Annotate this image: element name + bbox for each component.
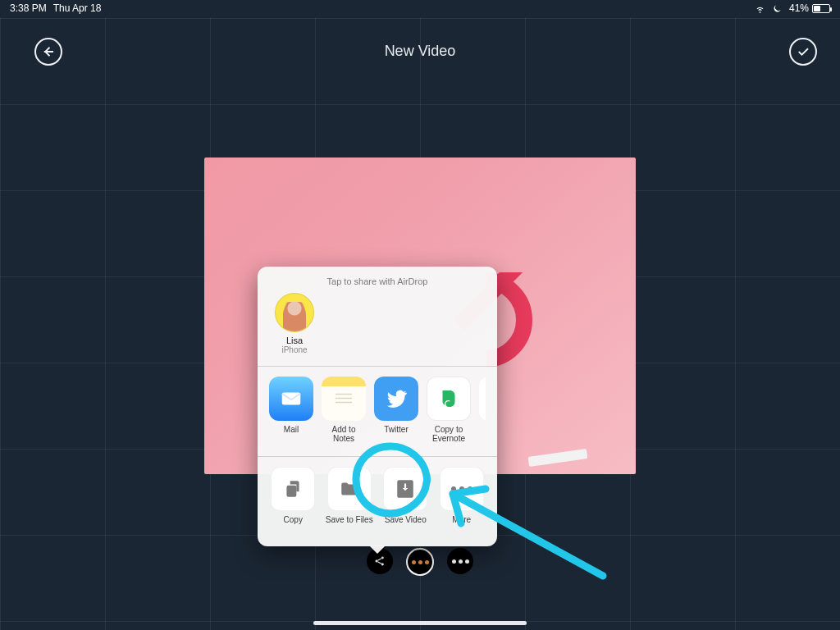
confirm-button[interactable] [789, 38, 817, 66]
action-label: Save to Files [326, 515, 374, 533]
check-icon [796, 44, 810, 59]
svg-point-6 [376, 560, 378, 563]
svg-point-8 [381, 564, 384, 566]
dots-icon [452, 559, 469, 564]
action-copy[interactable]: Copy [269, 467, 317, 533]
navbar: New Video [0, 18, 840, 84]
airdrop-section: Tap to share with AirDrop Lisa iPhone [258, 267, 497, 367]
battery-percent: 41% [789, 2, 809, 14]
apps-section: Mail Add to Notes Twitter Copy to Everno… [258, 367, 497, 457]
action-label: More [438, 515, 486, 533]
svg-rect-0 [282, 393, 301, 405]
notes-icon [322, 377, 366, 421]
share-app-overflow[interactable] [479, 377, 486, 443]
actions-section: Copy Save to Files Save Video More [258, 457, 497, 546]
action-label: Copy [269, 515, 317, 533]
svg-rect-3 [336, 402, 352, 404]
back-button[interactable] [34, 38, 62, 66]
airdrop-name: Lisa [269, 336, 320, 345]
share-app-notes[interactable]: Add to Notes [322, 377, 366, 443]
home-indicator[interactable] [313, 621, 527, 625]
airdrop-contact[interactable]: Lisa iPhone [269, 293, 320, 354]
more-icon [440, 467, 484, 511]
mail-icon [269, 377, 313, 421]
share-icon [373, 555, 386, 568]
svg-rect-1 [336, 394, 352, 395]
status-bar: 3:38 PM Thu Apr 18 41% [0, 0, 840, 16]
battery-indicator: 41% [789, 2, 830, 14]
action-save-files[interactable]: Save to Files [326, 467, 374, 533]
share-app-twitter[interactable]: Twitter [374, 377, 418, 443]
svg-rect-2 [336, 398, 352, 399]
app-label: Copy to Evernote [427, 425, 471, 443]
copy-icon [271, 467, 315, 511]
share-app-mail[interactable]: Mail [269, 377, 313, 443]
share-sheet: Tap to share with AirDrop Lisa iPhone Ma… [258, 267, 497, 546]
underline-decoration [528, 449, 588, 467]
twitter-icon [374, 377, 418, 421]
folder-icon [327, 467, 372, 511]
app-label: Add to Notes [322, 425, 366, 443]
page-title: New Video [385, 43, 456, 60]
options-button[interactable] [406, 548, 434, 576]
svg-point-7 [381, 557, 384, 559]
airdrop-device: iPhone [269, 345, 320, 354]
avatar [275, 293, 314, 332]
action-save-video[interactable]: Save Video [381, 467, 430, 533]
more-button[interactable] [447, 548, 473, 574]
arrow-left-icon [41, 44, 56, 59]
airdrop-header: Tap to share with AirDrop [266, 273, 489, 293]
status-date: Thu Apr 18 [53, 2, 102, 14]
evernote-icon [427, 377, 471, 421]
share-app-evernote[interactable]: Copy to Evernote [427, 377, 471, 443]
status-time: 3:38 PM [10, 2, 47, 14]
action-label: Save Video [381, 515, 430, 533]
svg-rect-4 [287, 486, 297, 497]
dnd-moon-icon [772, 3, 783, 14]
action-more[interactable]: More [438, 467, 486, 533]
app-label: Twitter [374, 425, 418, 443]
save-video-icon [383, 467, 427, 511]
wifi-icon [755, 3, 765, 14]
app-label: Mail [269, 425, 313, 443]
dots-icon [412, 560, 429, 564]
